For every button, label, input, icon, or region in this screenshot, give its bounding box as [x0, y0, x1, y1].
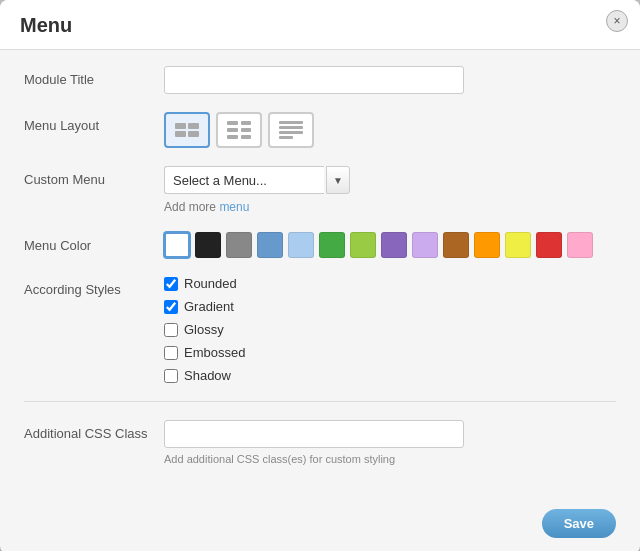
module-title-control	[164, 66, 616, 94]
styles-checkboxes: RoundedGradientGlossyEmbossedShadow	[164, 276, 616, 383]
style-checkbox-label-rounded: Rounded	[184, 276, 237, 291]
modal-title: Menu	[20, 14, 72, 36]
color-swatch-green[interactable]	[319, 232, 345, 258]
modal-footer: Save	[0, 499, 640, 551]
custom-menu-control: Select a Menu... ▼ Add more menu	[164, 166, 616, 214]
custom-menu-select[interactable]: Select a Menu...	[164, 166, 324, 194]
menu-layout-control	[164, 112, 616, 148]
color-swatch-red[interactable]	[536, 232, 562, 258]
style-checkbox-gradient[interactable]: Gradient	[164, 299, 616, 314]
color-swatch-pink[interactable]	[567, 232, 593, 258]
add-more-text: Add more menu	[164, 200, 616, 214]
menu-layout-label: Menu Layout	[24, 112, 164, 133]
style-checkbox-input-gradient[interactable]	[164, 300, 178, 314]
style-checkbox-input-shadow[interactable]	[164, 369, 178, 383]
color-swatch-blue-medium[interactable]	[257, 232, 283, 258]
divider	[24, 401, 616, 402]
color-swatch-yellow[interactable]	[505, 232, 531, 258]
color-swatch-brown[interactable]	[443, 232, 469, 258]
style-checkbox-input-rounded[interactable]	[164, 277, 178, 291]
style-checkbox-shadow[interactable]: Shadow	[164, 368, 616, 383]
style-checkbox-input-glossy[interactable]	[164, 323, 178, 337]
additional-css-control: Add additional CSS class(es) for custom …	[164, 420, 616, 465]
color-swatch-light-green[interactable]	[350, 232, 376, 258]
layout-list-icon	[279, 121, 303, 139]
according-styles-label: According Styles	[24, 276, 164, 297]
style-checkbox-label-gradient: Gradient	[184, 299, 234, 314]
modal-body: Module Title Menu Layout	[0, 50, 640, 499]
style-checkbox-label-shadow: Shadow	[184, 368, 231, 383]
according-styles-row: According Styles RoundedGradientGlossyEm…	[24, 276, 616, 383]
custom-menu-label: Custom Menu	[24, 166, 164, 187]
color-swatch-gray[interactable]	[226, 232, 252, 258]
modal-header: Menu ×	[0, 0, 640, 50]
layout-btn-list[interactable]	[268, 112, 314, 148]
layout-columns-icon	[175, 123, 199, 137]
layout-btn-two-col[interactable]	[216, 112, 262, 148]
add-more-menu-link[interactable]: menu	[219, 200, 249, 214]
close-button[interactable]: ×	[606, 10, 628, 32]
style-checkbox-input-embossed[interactable]	[164, 346, 178, 360]
additional-css-hint: Add additional CSS class(es) for custom …	[164, 453, 616, 465]
style-checkbox-label-glossy: Glossy	[184, 322, 224, 337]
additional-css-label: Additional CSS Class	[24, 420, 164, 441]
select-dropdown-button[interactable]: ▼	[326, 166, 350, 194]
menu-color-row: Menu Color	[24, 232, 616, 258]
style-checkbox-embossed[interactable]: Embossed	[164, 345, 616, 360]
layout-btn-columns[interactable]	[164, 112, 210, 148]
additional-css-input[interactable]	[164, 420, 464, 448]
custom-menu-row: Custom Menu Select a Menu... ▼ Add more …	[24, 166, 616, 214]
menu-modal: Menu × Module Title Menu Layout	[0, 0, 640, 551]
color-swatch-black[interactable]	[195, 232, 221, 258]
module-title-label: Module Title	[24, 66, 164, 87]
module-title-row: Module Title	[24, 66, 616, 94]
select-menu-wrap: Select a Menu... ▼	[164, 166, 616, 194]
color-swatch-orange[interactable]	[474, 232, 500, 258]
color-swatch-light-blue[interactable]	[288, 232, 314, 258]
style-checkbox-label-embossed: Embossed	[184, 345, 245, 360]
additional-css-row: Additional CSS Class Add additional CSS …	[24, 420, 616, 465]
style-checkbox-rounded[interactable]: Rounded	[164, 276, 616, 291]
style-checkbox-glossy[interactable]: Glossy	[164, 322, 616, 337]
color-swatch-purple[interactable]	[381, 232, 407, 258]
color-swatch-white[interactable]	[164, 232, 190, 258]
color-swatches-container	[164, 232, 616, 258]
save-button[interactable]: Save	[542, 509, 616, 538]
module-title-input[interactable]	[164, 66, 464, 94]
layout-two-col-icon	[227, 121, 251, 139]
menu-layout-row: Menu Layout	[24, 112, 616, 148]
color-swatch-lavender[interactable]	[412, 232, 438, 258]
menu-color-label: Menu Color	[24, 232, 164, 253]
